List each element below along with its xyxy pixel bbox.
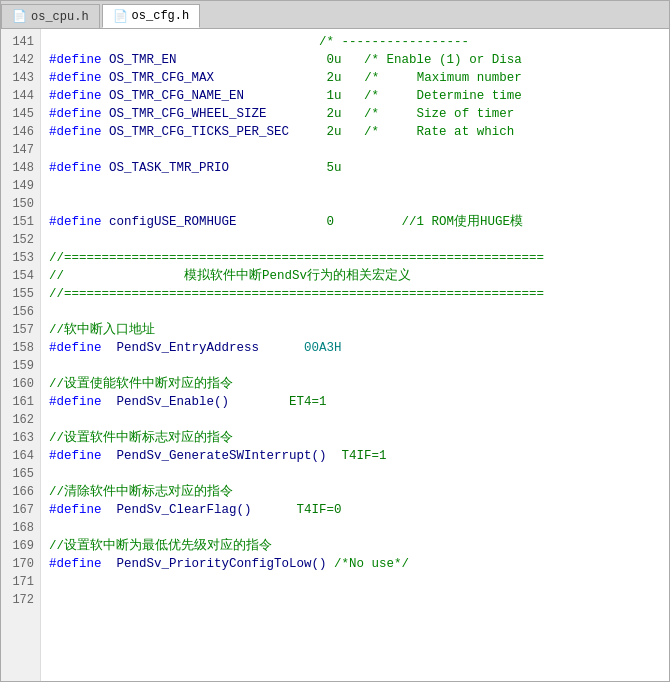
file-icon-active: 📄 (113, 9, 128, 24)
keyword: #define (49, 503, 102, 517)
code-line: /* ----------------- (49, 33, 661, 51)
value: 5u (327, 161, 342, 175)
macro-name: OS_TASK_TMR_PRIO (109, 161, 229, 175)
macro-name: OS_TMR_CFG_WHEEL_SIZE (109, 107, 267, 121)
macro-name: OS_TMR_CFG_TICKS_PER_SEC (109, 125, 289, 139)
line-number: 142 (7, 51, 34, 69)
line-number: 146 (7, 123, 34, 141)
code-line: //清除软件中断标志对应的指令 (49, 483, 661, 501)
keyword: #define (49, 449, 102, 463)
comment: //软中断入口地址 (49, 323, 155, 337)
plain-text (49, 35, 319, 49)
comment: //设置软件中断标志对应的指令 (49, 431, 233, 445)
comment: //======================================… (49, 287, 544, 301)
line-number: 156 (7, 303, 34, 321)
code-line: #define PendSv_PriorityConfigToLow() /*N… (49, 555, 661, 573)
tab-label-os-cfg-h: os_cfg.h (132, 9, 190, 23)
code-line (49, 231, 661, 249)
file-icon: 📄 (12, 9, 27, 24)
plain-text (252, 503, 297, 517)
code-line: #define configUSE_ROMHUGE 0 //1 ROM使用HUG… (49, 213, 661, 231)
code-line (49, 195, 661, 213)
plain-text (102, 53, 110, 67)
plain-text (244, 89, 327, 103)
editor-window: 📄 os_cpu.h 📄 os_cfg.h 141142143144145146… (0, 0, 670, 682)
macro-name: OS_TMR_EN (109, 53, 177, 67)
code-line: #define OS_TMR_CFG_TICKS_PER_SEC 2u /* R… (49, 123, 661, 141)
macro-name: PendSv_EntryAddress (117, 341, 260, 355)
comment: // 模拟软件中断PendSv行为的相关宏定义 (49, 269, 411, 283)
line-number: 163 (7, 429, 34, 447)
plain-text (102, 161, 110, 175)
plain-text (102, 71, 110, 85)
code-line: #define PendSv_ClearFlag() T4IF=0 (49, 501, 661, 519)
plain-text (342, 71, 365, 85)
code-line: #define PendSv_GenerateSWInterrupt() T4I… (49, 447, 661, 465)
code-line: //======================================… (49, 249, 661, 267)
comment: //1 ROM使用HUGE模 (402, 215, 524, 229)
plain-text (102, 89, 110, 103)
comment: /* ----------------- (319, 35, 469, 49)
code-line: #define OS_TASK_TMR_PRIO 5u (49, 159, 661, 177)
comment: /* Size of timer (364, 107, 514, 121)
line-number: 168 (7, 519, 34, 537)
line-number: 152 (7, 231, 34, 249)
code-line (49, 357, 661, 375)
tab-os-cfg-h[interactable]: 📄 os_cfg.h (102, 4, 201, 28)
code-line: //======================================… (49, 285, 661, 303)
plain-text (102, 125, 110, 139)
keyword: #define (49, 107, 102, 121)
value: 1u (327, 89, 342, 103)
comment: /* Maximum number (364, 71, 522, 85)
comment: //======================================… (49, 251, 544, 265)
plain-text (334, 215, 402, 229)
plain-text (237, 215, 327, 229)
comment: //设置使能软件中断对应的指令 (49, 377, 233, 391)
tab-os-cpu-h[interactable]: 📄 os_cpu.h (1, 4, 100, 28)
keyword: #define (49, 341, 102, 355)
line-number: 172 (7, 591, 34, 609)
line-number: 150 (7, 195, 34, 213)
keyword: #define (49, 125, 102, 139)
line-number: 141 (7, 33, 34, 51)
line-number: 167 (7, 501, 34, 519)
macro-name: PendSv_PriorityConfigToLow() (117, 557, 327, 571)
tab-bar: 📄 os_cpu.h 📄 os_cfg.h (1, 1, 669, 29)
value: ET4=1 (289, 395, 327, 409)
plain-text (342, 53, 365, 67)
value: 0 (327, 215, 335, 229)
value: 2u (327, 71, 342, 85)
line-number: 147 (7, 141, 34, 159)
line-number: 169 (7, 537, 34, 555)
code-line: #define OS_TMR_EN 0u /* Enable (1) or Di… (49, 51, 661, 69)
plain-text (229, 395, 289, 409)
line-number: 170 (7, 555, 34, 573)
code-line: //软中断入口地址 (49, 321, 661, 339)
line-number: 148 (7, 159, 34, 177)
code-line: #define OS_TMR_CFG_MAX 2u /* Maximum num… (49, 69, 661, 87)
comment: //清除软件中断标志对应的指令 (49, 485, 233, 499)
line-number: 171 (7, 573, 34, 591)
macro-name: OS_TMR_CFG_NAME_EN (109, 89, 244, 103)
plain-text (102, 341, 117, 355)
value: 2u (327, 125, 342, 139)
address: 00A3H (304, 341, 342, 355)
line-number: 158 (7, 339, 34, 357)
line-number: 157 (7, 321, 34, 339)
plain-text (102, 395, 117, 409)
plain-text (102, 503, 117, 517)
value: 0u (327, 53, 342, 67)
code-line: //设置使能软件中断对应的指令 (49, 375, 661, 393)
comment: /* Rate at which (364, 125, 514, 139)
plain-text (229, 161, 327, 175)
line-number: 145 (7, 105, 34, 123)
plain-text (289, 125, 327, 139)
comment: /* Enable (1) or Disa (364, 53, 522, 67)
macro-name: PendSv_ClearFlag() (117, 503, 252, 517)
plain-text (102, 557, 117, 571)
macro-name: PendSv_GenerateSWInterrupt() (117, 449, 327, 463)
code-line: #define OS_TMR_CFG_WHEEL_SIZE 2u /* Size… (49, 105, 661, 123)
code-content[interactable]: /* -----------------#define OS_TMR_EN 0u… (41, 29, 669, 681)
line-number: 153 (7, 249, 34, 267)
line-number: 155 (7, 285, 34, 303)
